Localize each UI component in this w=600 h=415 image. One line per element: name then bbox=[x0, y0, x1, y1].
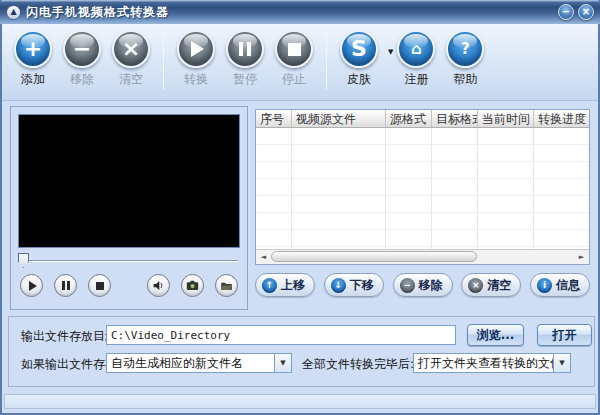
browse-button[interactable]: 浏览... bbox=[467, 324, 524, 346]
move-down-label: 下移 bbox=[350, 277, 374, 294]
exists-policy-dropdown[interactable]: 自动生成相应的新文件名 ▼ bbox=[106, 353, 292, 373]
skin-label: 皮肤 bbox=[347, 71, 371, 88]
help-label: 帮助 bbox=[453, 71, 477, 88]
remove-item-label: 移除 bbox=[419, 277, 443, 294]
pause-icon bbox=[62, 281, 70, 290]
clear-list-label: 清空 bbox=[487, 277, 511, 294]
remove-item-button[interactable]: − 移除 bbox=[393, 273, 453, 297]
column-header-source-file[interactable]: 视频源文件 bbox=[292, 110, 386, 127]
stop-button[interactable] bbox=[275, 30, 313, 68]
register-button[interactable]: ⌂ bbox=[397, 30, 435, 68]
column-header-source-format[interactable]: 源格式 bbox=[386, 110, 432, 127]
scrollbar-thumb[interactable] bbox=[271, 251, 477, 262]
move-up-label: 上移 bbox=[281, 277, 305, 294]
convert-label: 转换 bbox=[184, 71, 208, 88]
open-dir-button[interactable]: 打开 bbox=[537, 324, 592, 346]
pause-label: 暂停 bbox=[233, 71, 257, 88]
column-line bbox=[256, 128, 292, 249]
player-pause-button[interactable] bbox=[54, 274, 77, 297]
toolbar-item-remove: − 移除 bbox=[59, 30, 105, 88]
info-button[interactable]: i 信息 bbox=[530, 273, 590, 297]
column-line bbox=[432, 128, 478, 249]
scroll-right-button[interactable]: ► bbox=[574, 250, 589, 264]
column-line bbox=[386, 128, 432, 249]
stop-icon bbox=[96, 282, 104, 290]
table-body[interactable] bbox=[256, 128, 589, 249]
minus-icon: − bbox=[73, 38, 91, 60]
toolbar-item-add: + 添加 bbox=[10, 30, 56, 88]
player-play-button[interactable] bbox=[20, 274, 43, 297]
chevron-down-icon[interactable]: ▼ bbox=[553, 354, 570, 372]
toolbar-item-stop: 停止 bbox=[271, 30, 317, 88]
horizontal-scrollbar: ◄ ► bbox=[256, 249, 589, 264]
stop-icon bbox=[288, 43, 301, 56]
scrollbar-track[interactable] bbox=[271, 250, 574, 264]
toolbar-separator bbox=[326, 32, 327, 90]
seek-track[interactable] bbox=[20, 260, 238, 262]
register-label: 注册 bbox=[404, 71, 428, 88]
player-stop-button[interactable] bbox=[88, 274, 111, 297]
stop-label: 停止 bbox=[282, 71, 306, 88]
arrow-down-icon: ↓ bbox=[331, 278, 346, 293]
pause-icon bbox=[239, 42, 251, 56]
minus-icon: − bbox=[400, 278, 415, 293]
toolbar-item-register: ⌂ 注册 bbox=[393, 30, 439, 88]
add-button[interactable]: + bbox=[14, 30, 52, 68]
chevron-down-icon[interactable]: ▼ bbox=[274, 354, 291, 372]
clear-label: 清空 bbox=[119, 71, 143, 88]
move-down-button[interactable]: ↓ 下移 bbox=[324, 273, 384, 297]
plus-icon: + bbox=[24, 38, 42, 60]
skin-button[interactable]: S bbox=[340, 30, 378, 68]
after-convert-label: 全部文件转换完毕后: bbox=[302, 356, 414, 373]
pause-button[interactable] bbox=[226, 30, 264, 68]
toolbar-item-convert: 转换 bbox=[173, 30, 219, 88]
column-header-progress[interactable]: 转换进度 bbox=[534, 110, 589, 127]
toolbar-item-help: ? 帮助 bbox=[442, 30, 488, 88]
player-panel bbox=[10, 106, 248, 310]
column-line bbox=[478, 128, 534, 249]
after-convert-value: 打开文件夹查看转换的文件 bbox=[414, 355, 553, 372]
cross-icon: × bbox=[122, 38, 140, 60]
folder-icon bbox=[220, 279, 233, 292]
close-button[interactable]: × bbox=[578, 4, 594, 20]
convert-button[interactable] bbox=[177, 30, 215, 68]
table-header: 序号 视频源文件 源格式 目标格式 当前时间 转换进度 bbox=[256, 110, 589, 128]
scroll-left-button[interactable]: ◄ bbox=[256, 250, 271, 264]
home-icon: ⌂ bbox=[411, 42, 422, 57]
seek-bar bbox=[18, 252, 240, 270]
column-header-index[interactable]: 序号 bbox=[256, 110, 292, 127]
column-line bbox=[292, 128, 386, 249]
play-icon bbox=[191, 41, 204, 57]
help-button[interactable]: ? bbox=[446, 30, 484, 68]
minimize-button[interactable]: − bbox=[558, 4, 574, 20]
camera-icon bbox=[186, 279, 199, 292]
clear-button[interactable]: × bbox=[112, 30, 150, 68]
column-header-target-format[interactable]: 目标格式 bbox=[432, 110, 478, 127]
status-bar bbox=[4, 394, 596, 409]
toolbar-item-clear: × 清空 bbox=[108, 30, 154, 88]
move-up-button[interactable]: ↑ 上移 bbox=[255, 273, 315, 297]
player-controls bbox=[18, 274, 240, 297]
after-convert-dropdown[interactable]: 打开文件夹查看转换的文件 ▼ bbox=[413, 353, 571, 373]
snapshot-button[interactable] bbox=[181, 274, 204, 297]
clear-list-button[interactable]: × 清空 bbox=[461, 273, 521, 297]
video-preview bbox=[18, 114, 240, 248]
remove-button[interactable]: − bbox=[63, 30, 101, 68]
exists-policy-value: 自动生成相应的新文件名 bbox=[107, 355, 274, 372]
cross-icon: × bbox=[468, 278, 483, 293]
window-title: 闪电手机视频格式转换器 bbox=[26, 4, 169, 21]
window-controls: − × bbox=[558, 4, 594, 20]
column-header-current-time[interactable]: 当前时间 bbox=[478, 110, 534, 127]
info-label: 信息 bbox=[556, 277, 580, 294]
skin-s-icon: S bbox=[351, 38, 367, 60]
skin-group: S 皮肤 ▼ bbox=[336, 30, 393, 88]
open-file-button[interactable] bbox=[215, 274, 238, 297]
close-icon: × bbox=[582, 7, 590, 17]
volume-button[interactable] bbox=[147, 274, 170, 297]
toolbar: + 添加 − 移除 × 清空 转换 暂停 bbox=[2, 24, 598, 101]
app-window: ▲ 闪电手机视频格式转换器 − × + 添加 − 移除 × 清空 bbox=[0, 0, 600, 415]
question-icon: ? bbox=[461, 42, 470, 57]
output-dir-input[interactable] bbox=[106, 325, 456, 345]
arrow-up-icon: ↑ bbox=[262, 278, 277, 293]
seek-thumb[interactable] bbox=[18, 253, 29, 268]
